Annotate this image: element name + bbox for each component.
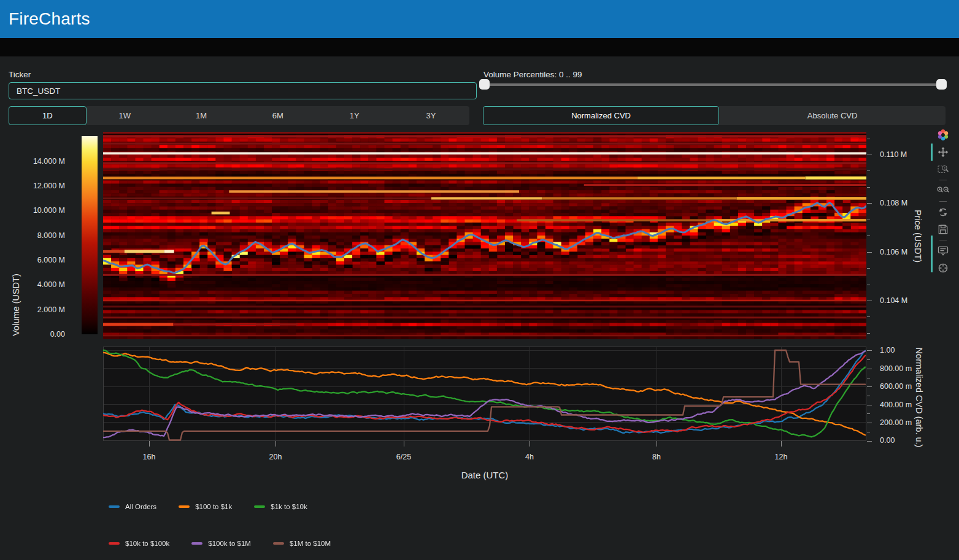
- x-tick: 6/25: [396, 453, 411, 461]
- modebar-active-indicator: [931, 236, 933, 272]
- cvd-axis-title: Normalized CVD (arb. u.): [914, 348, 924, 448]
- slider-handle-min[interactable]: [479, 79, 490, 90]
- cvd-tick: 400.00 m: [880, 401, 912, 409]
- colorbar-tick: 2.000 M: [0, 305, 65, 314]
- colorbar-tick: 8.000 M: [0, 231, 65, 240]
- toggle-spikelines-icon[interactable]: [936, 261, 950, 275]
- modebar-separator: [939, 240, 947, 240]
- save-icon[interactable]: [936, 222, 950, 237]
- price-tick: 0.110 M: [880, 150, 907, 159]
- plotly-logo-icon[interactable]: [936, 128, 950, 142]
- timeframe-button-1y[interactable]: 1Y: [316, 106, 393, 125]
- timeframe-button-group: 1D 1W 1M 6M 1Y 3Y: [9, 106, 469, 125]
- legend-item-100k-1m[interactable]: $100k to $1M: [191, 540, 251, 547]
- cvd-mode-button-group: Normalized CVD Absolute CVD: [483, 106, 946, 125]
- timeframe-button-6m[interactable]: 6M: [239, 106, 316, 125]
- legend-item-1k-10k[interactable]: $1k to $10k: [254, 503, 307, 510]
- price-tick: 0.104 M: [880, 296, 907, 305]
- timeframe-button-3y[interactable]: 3Y: [393, 106, 469, 125]
- x-tick: 4h: [525, 453, 534, 461]
- volume-axis-title: Volume (USDT): [11, 274, 21, 336]
- x-tick: 8h: [652, 453, 661, 461]
- x-tick: 16h: [143, 453, 156, 461]
- legend-label: $100k to $1M: [208, 540, 251, 547]
- volume-colorbar: [82, 136, 98, 334]
- normalized-cvd-button[interactable]: Normalized CVD: [483, 106, 719, 125]
- legend-label: All Orders: [125, 503, 156, 510]
- colorbar-tick: 0.00: [0, 330, 65, 339]
- zoom-in-zoom-out-icons[interactable]: [936, 183, 950, 198]
- legend-row-1: All Orders $100 to $1k $1k to $10k: [109, 503, 329, 510]
- legend-swatch: [191, 542, 202, 545]
- colorbar-tick: 14.000 M: [0, 157, 65, 166]
- plotly-modebar: [934, 126, 952, 277]
- colorbar-tick: 12.000 M: [0, 182, 65, 190]
- absolute-cvd-button[interactable]: Absolute CVD: [719, 106, 946, 125]
- slider-handle-max[interactable]: [936, 79, 947, 90]
- timeframe-button-1m[interactable]: 1M: [163, 106, 240, 125]
- modebar-active-indicator: [931, 144, 933, 161]
- show-closest-data-icon[interactable]: [936, 244, 950, 258]
- pan-icon[interactable]: [936, 145, 950, 159]
- legend-item-10k-100k[interactable]: $10k to $100k: [109, 540, 169, 547]
- box-zoom-icon[interactable]: [936, 162, 950, 177]
- x-tick: 12h: [775, 453, 788, 461]
- price-tick: 0.108 M: [880, 199, 907, 207]
- legend-label: $100 to $1k: [195, 503, 232, 510]
- colorbar-tick: 10.000 M: [0, 206, 65, 215]
- legend-label: $1M to $10M: [290, 540, 331, 547]
- volume-percentiles-slider[interactable]: [483, 83, 943, 86]
- x-tick: 20h: [269, 453, 282, 461]
- price-axis-title: Price (USDT): [913, 210, 923, 263]
- volume-heatmap-canvas[interactable]: [103, 132, 866, 339]
- header-divider: [0, 38, 959, 56]
- legend-item-100-1k[interactable]: $100 to $1k: [179, 503, 232, 510]
- timeframe-button-1d[interactable]: 1D: [9, 106, 87, 125]
- app-title: FireCharts: [9, 9, 90, 29]
- legend-swatch: [254, 505, 265, 508]
- legend-swatch: [109, 505, 120, 508]
- cvd-tick: 600.00 m: [880, 382, 912, 391]
- legend-swatch: [273, 542, 284, 545]
- cvd-tick: 800.00 m: [880, 364, 912, 373]
- modebar-separator: [939, 201, 947, 202]
- legend-swatch: [179, 505, 190, 508]
- legend-item-1m-10m[interactable]: $1M to $10M: [273, 540, 331, 547]
- cvd-tick: 0.00: [880, 436, 895, 445]
- legend-label: $1k to $10k: [271, 503, 307, 510]
- ticker-label: Ticker: [9, 70, 31, 79]
- app-header: FireCharts: [0, 0, 959, 38]
- legend-label: $10k to $100k: [125, 540, 169, 547]
- timeframe-button-1w[interactable]: 1W: [87, 106, 163, 125]
- legend-swatch: [109, 542, 120, 545]
- legend-row-2: $10k to $100k $100k to $1M $1M to $10M: [109, 540, 353, 547]
- ticker-input[interactable]: [9, 82, 477, 99]
- legend-item-all-orders[interactable]: All Orders: [109, 503, 156, 510]
- modebar-separator: [939, 180, 947, 180]
- normalized-cvd-chart-canvas[interactable]: [103, 347, 866, 441]
- volume-percentiles-label: Volume Percentiles: 0 .. 99: [483, 70, 582, 79]
- cvd-tick: 200.00 m: [880, 418, 912, 427]
- x-axis-title: Date (UTC): [461, 470, 509, 480]
- colorbar-tick: 6.000 M: [0, 256, 65, 264]
- slider-track[interactable]: [483, 83, 943, 86]
- cvd-tick: 1.00: [880, 346, 895, 355]
- price-tick: 0.106 M: [880, 248, 907, 256]
- colorbar-tick: 4.000 M: [0, 280, 65, 289]
- autoscale-icon[interactable]: [936, 205, 950, 220]
